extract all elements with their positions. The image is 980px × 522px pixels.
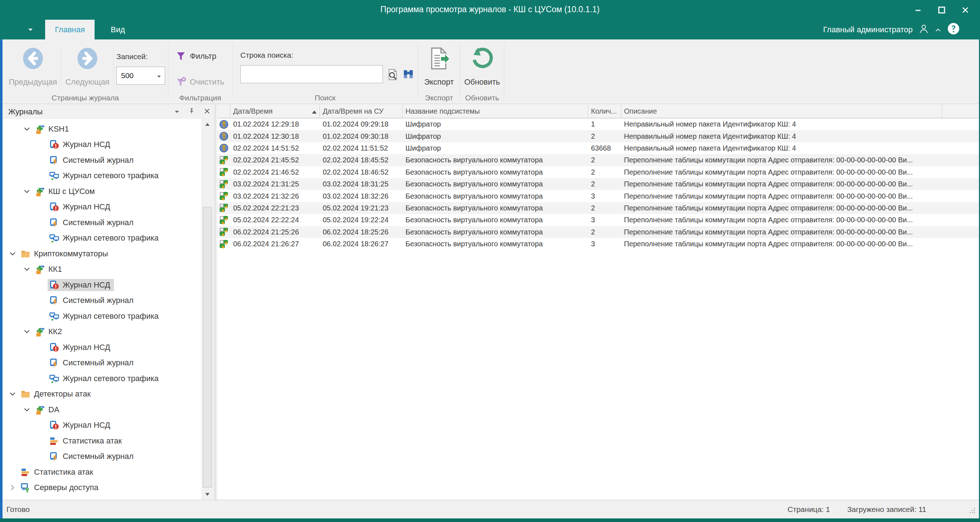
tree-scrollbar[interactable] — [202, 119, 212, 500]
log-row[interactable]: 03.02.2024 21:32:2603.02.2024 18:32:26Бе… — [218, 190, 979, 202]
tree-item-body[interactable]: Журнал сетевого трафика — [48, 169, 162, 182]
chevron-down-icon[interactable] — [21, 328, 33, 335]
help-button[interactable] — [947, 22, 960, 37]
tree-item-body[interactable]: Системный журнал — [48, 217, 137, 229]
tree-item[interactable]: КК1 — [3, 262, 202, 278]
tree-item[interactable]: Журнал НСД — [3, 200, 202, 215]
tree-item-body[interactable]: КК2 — [33, 326, 65, 338]
clear-filter-button[interactable]: Очистить — [175, 77, 224, 88]
panel-close-icon[interactable] — [204, 108, 210, 116]
tree-item[interactable]: DA — [3, 402, 202, 418]
previous-page-button[interactable]: Предыдущая — [6, 42, 60, 87]
tree-item-body[interactable]: Криптокоммутаторы — [19, 248, 112, 260]
column-header-desc[interactable]: Описание — [621, 105, 942, 118]
log-row[interactable]: 01.02.2024 12:30:1801.02.2024 09:30:18Ши… — [218, 130, 979, 142]
tree-item[interactable]: Журнал НСД — [3, 418, 202, 433]
user-icon[interactable] — [918, 23, 929, 36]
log-row[interactable]: 01.02.2024 12:29:1801.02.2024 09:29:18Ши… — [218, 118, 979, 130]
scroll-down-button[interactable] — [202, 489, 213, 500]
tree-item-body[interactable]: DA — [33, 404, 63, 416]
refresh-button[interactable]: Обновить — [460, 42, 504, 87]
tree-item[interactable]: Системный журнал — [3, 293, 202, 309]
tree-item-body[interactable]: Системный журнал — [48, 450, 137, 463]
panel-position-dropdown[interactable] — [175, 109, 180, 115]
minimize-button[interactable] — [906, 0, 930, 20]
tree-item[interactable]: Журнал сетевого трафика — [3, 230, 202, 246]
tree-item[interactable]: Журнал сетевого трафика — [3, 308, 202, 324]
tree-item[interactable]: Журнал НСД — [3, 277, 202, 293]
app-menu-button[interactable] — [21, 20, 40, 40]
tree-item-body[interactable]: Системный журнал — [48, 357, 137, 369]
log-row[interactable]: 02.02.2024 21:45:5202.02.2024 18:45:52Бе… — [218, 154, 979, 166]
tree-item[interactable]: Криптокоммутаторы — [3, 246, 202, 262]
tree-item[interactable]: Статистика атак — [3, 464, 202, 480]
tree-item-body[interactable]: Детекторы атак — [19, 388, 94, 400]
chevron-down-icon[interactable] — [21, 188, 33, 195]
tree-item[interactable]: КК2 — [3, 324, 202, 340]
search-input[interactable] — [240, 65, 383, 83]
tree-item-body[interactable]: Журнал НСД — [48, 138, 114, 150]
tree-item-body[interactable]: Системный журнал — [48, 294, 137, 306]
tree-item-body[interactable]: КШ с ЦУСом — [33, 185, 99, 198]
log-row[interactable]: 03.02.2024 21:31:2503.02.2024 18:31:25Бе… — [218, 178, 979, 190]
tree-item[interactable]: Журнал НСД — [3, 137, 202, 153]
find-button[interactable] — [402, 68, 414, 80]
tree-item-body[interactable]: Журнал сетевого трафика — [48, 372, 162, 385]
log-row[interactable]: 02.02.2024 21:46:5202.02.2024 18:46:52Бе… — [218, 166, 979, 178]
tree-item[interactable]: Статистика атак — [3, 433, 202, 449]
chevron-right-icon[interactable] — [6, 484, 19, 491]
tree-item[interactable]: Системный журнал — [3, 152, 202, 168]
column-header-dtsu[interactable]: Дата/Время на СУ — [320, 105, 402, 118]
next-page-button[interactable]: Следующая — [63, 42, 112, 87]
tree-item[interactable]: Системный журнал — [3, 355, 202, 371]
tree-item[interactable]: KSH1 — [3, 121, 202, 137]
tree-item-body[interactable]: Системный журнал — [48, 154, 137, 166]
pin-icon[interactable] — [188, 107, 195, 116]
tree-item[interactable]: Журнал НСД — [3, 340, 202, 355]
log-row[interactable]: 06.02.2024 21:26:2706.02.2024 18:26:27Бе… — [218, 238, 979, 250]
user-menu-caret-icon[interactable] — [935, 25, 941, 34]
log-row[interactable]: 02.02.2024 14:51:5202.02.2024 11:51:52Ши… — [218, 142, 979, 154]
log-row[interactable]: 06.02.2024 21:25:2606.02.2024 18:25:26Бе… — [218, 226, 979, 238]
maximize-button[interactable] — [930, 0, 953, 20]
panel-splitter[interactable] — [215, 105, 215, 500]
tab-vid[interactable]: Вид — [95, 20, 141, 40]
tree-item-body[interactable]: Журнал сетевого трафика — [48, 310, 162, 322]
search-in-document-button[interactable] — [387, 68, 399, 81]
tree-item-body[interactable]: Журнал сетевого трафика — [48, 232, 162, 244]
tree-item[interactable]: Журнал сетевого трафика — [3, 371, 202, 386]
close-button[interactable] — [953, 0, 977, 20]
chevron-down-icon[interactable] — [21, 126, 33, 132]
resize-grip[interactable] — [969, 507, 976, 516]
column-header-icon[interactable] — [218, 105, 230, 118]
chevron-down-icon[interactable] — [6, 250, 19, 257]
chevron-down-icon[interactable] — [21, 406, 33, 413]
column-header-sub[interactable]: Название подсистемы — [402, 105, 588, 118]
tree-item-body[interactable]: КК1 — [33, 263, 65, 275]
column-header-dt[interactable]: Дата/Время — [230, 105, 320, 118]
tree-item-body[interactable]: Журнал НСД — [48, 341, 114, 353]
tree-item-body[interactable]: Серверы доступа — [19, 482, 102, 494]
tree-item-body[interactable]: Статистика атак — [19, 466, 97, 478]
chevron-down-icon[interactable] — [6, 390, 19, 397]
tree-item[interactable]: КШ с ЦУСом — [3, 184, 202, 200]
chevron-down-icon[interactable] — [21, 266, 33, 273]
tree-item[interactable]: Системный журнал — [3, 215, 202, 230]
scrollbar-thumb[interactable] — [203, 207, 212, 488]
tree-item[interactable]: Системный журнал — [3, 449, 202, 465]
column-header-cnt[interactable]: Колич... — [588, 105, 621, 118]
tree-item-body[interactable]: Журнал НСД — [48, 279, 114, 291]
log-row[interactable]: 05.02.2024 22:22:2405.02.2024 19:22:24Бе… — [218, 214, 979, 226]
scroll-up-button[interactable] — [202, 119, 213, 130]
records-combobox[interactable]: 500 — [116, 67, 165, 85]
filter-button[interactable]: Фильтр — [175, 51, 216, 62]
tree-item-body[interactable]: Статистика атак — [48, 435, 126, 447]
log-row[interactable]: 05.02.2024 22:21:2305.02.2024 19:21:23Бе… — [218, 202, 979, 214]
tree-item-body[interactable]: Журнал НСД — [48, 201, 114, 213]
tab-glavnaya[interactable]: Главная — [45, 20, 95, 40]
tree-item-body[interactable]: KSH1 — [33, 123, 72, 135]
export-button[interactable]: Экспорт — [418, 42, 460, 87]
tree-item[interactable]: Серверы доступа — [3, 480, 202, 496]
tree-item[interactable]: Детекторы атак — [3, 386, 202, 402]
tree-item-body[interactable]: Журнал НСД — [48, 419, 114, 431]
